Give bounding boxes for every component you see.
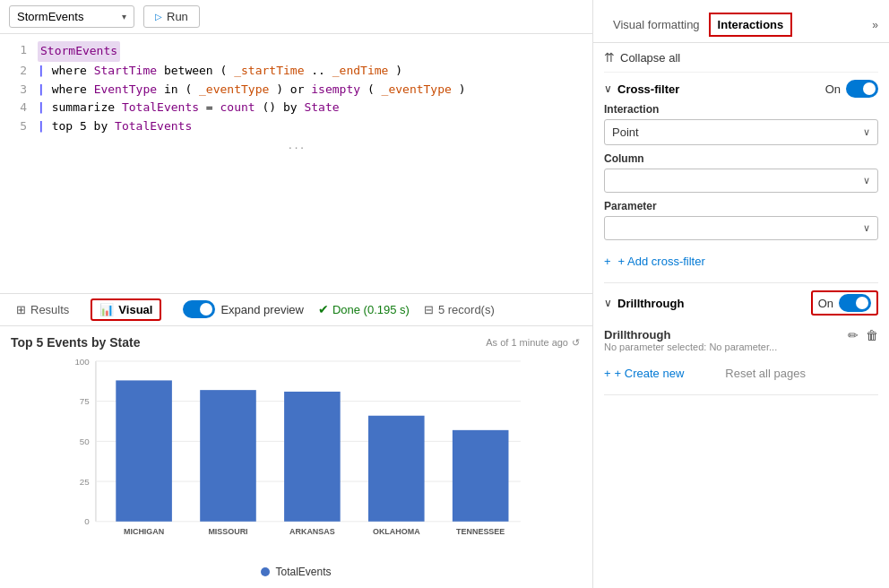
drillthrough-toggle-label: On	[818, 297, 833, 310]
tab-visual-label: Visual	[118, 303, 152, 316]
visual-icon: 📊	[99, 303, 114, 316]
plus-icon: +	[604, 367, 611, 380]
refresh-icon[interactable]: ↺	[572, 337, 580, 349]
cross-filter-header[interactable]: ∨ Cross-filter On	[604, 80, 878, 98]
chevron-down-icon: ∨	[863, 126, 870, 138]
cross-filter-toggle[interactable]	[846, 80, 878, 98]
chart-timestamp: As of 1 minute ago ↺	[486, 337, 580, 349]
create-new-button[interactable]: + + Create new	[604, 367, 684, 380]
cross-filter-title: Cross-filter	[617, 82, 820, 96]
column-dropdown[interactable]: ∨	[604, 169, 878, 193]
svg-text:25: 25	[80, 476, 90, 486]
drillthrough-header[interactable]: ∨ Drillthrough On	[604, 290, 878, 316]
create-new-row: + + Create new Reset all pages	[604, 359, 878, 387]
code-line-4: 4 | summarize TotalEvents = count () by …	[0, 99, 592, 117]
records-badge: ⊟ 5 record(s)	[424, 303, 495, 316]
legend-dot	[261, 567, 270, 576]
interaction-value: Point	[612, 125, 639, 139]
bar-tennessee[interactable]	[453, 429, 509, 521]
right-panel-body: ⇈ Collapse all ∨ Cross-filter On Interac…	[593, 43, 889, 581]
plus-icon: +	[604, 255, 611, 268]
bar-chart-svg: 100 75 50 25 0 MICHIGAN MISSOURI ARKANSA…	[11, 353, 582, 562]
right-panel: Visual formatting Interactions » ⇈ Colla…	[593, 0, 889, 588]
tab-visual-formatting[interactable]: Visual formatting	[604, 13, 709, 37]
bar-oklahoma[interactable]	[368, 415, 425, 521]
column-field: Column ∨	[604, 152, 878, 193]
cross-filter-section: ∨ Cross-filter On Interaction Point ∨ C	[604, 73, 878, 283]
svg-text:100: 100	[74, 356, 90, 366]
drillthrough-toggle-area: On	[811, 290, 878, 316]
expand-preview-group: Expand preview	[183, 300, 304, 318]
code-ellipsis: ...	[0, 136, 592, 155]
left-panel: StormEvents ▾ ▷ Run 1 StormEvents 2 | wh…	[0, 0, 593, 588]
tab-visual[interactable]: 📊 Visual	[91, 298, 161, 321]
reset-all-pages-button[interactable]: Reset all pages	[725, 367, 806, 380]
expand-preview-label: Expand preview	[220, 303, 304, 316]
expand-button[interactable]: »	[872, 19, 878, 31]
drillthrough-item-name: Drillthrough	[604, 328, 842, 342]
play-icon: ▷	[155, 12, 162, 22]
interaction-field: Interaction Point ∨	[604, 103, 878, 145]
code-line-5: 5 | top 5 by TotalEvents	[0, 117, 592, 136]
add-cross-filter-row[interactable]: + + Add cross-filter	[604, 247, 878, 275]
records-label: 5 record(s)	[438, 303, 495, 316]
toolbar: StormEvents ▾ ▷ Run	[0, 0, 592, 34]
check-icon: ✔	[318, 302, 329, 316]
code-editor[interactable]: 1 StormEvents 2 | where StartTime betwee…	[0, 34, 592, 294]
drillthrough-section: ∨ Drillthrough On Drillthrough No parame…	[604, 283, 878, 395]
expand-icon: »	[872, 19, 878, 31]
collapse-all-row[interactable]: ⇈ Collapse all	[604, 43, 878, 73]
done-badge: ✔ Done (0.195 s)	[318, 302, 410, 316]
column-label: Column	[604, 152, 878, 165]
svg-text:OKLAHOMA: OKLAHOMA	[373, 527, 420, 536]
interaction-dropdown[interactable]: Point ∨	[604, 119, 878, 145]
main-layout: StormEvents ▾ ▷ Run 1 StormEvents 2 | wh…	[0, 0, 889, 588]
bar-arkansas[interactable]	[284, 391, 341, 521]
cross-filter-toggle-area: On	[825, 80, 878, 98]
tab-interactions[interactable]: Interactions	[709, 13, 793, 37]
drillthrough-item: Drillthrough No parameter selected: No p…	[604, 321, 878, 359]
interaction-label: Interaction	[604, 103, 878, 116]
chevron-down-icon: ∨	[863, 175, 870, 186]
svg-text:TENNESSEE: TENNESSEE	[456, 527, 505, 536]
svg-text:MICHIGAN: MICHIGAN	[124, 527, 164, 536]
run-label: Run	[167, 10, 188, 23]
code-line-3: 3 | where EventType in ( _eventType ) or…	[0, 81, 592, 99]
cross-filter-chevron: ∨	[604, 82, 612, 95]
delete-drillthrough-button[interactable]: 🗑	[866, 328, 878, 342]
code-line-1: 1 StormEvents	[0, 41, 592, 62]
tab-results[interactable]: ⊞ Results	[9, 300, 76, 319]
results-icon: ⊞	[16, 303, 26, 316]
bar-michigan[interactable]	[116, 380, 172, 521]
run-button[interactable]: ▷ Run	[143, 5, 200, 28]
svg-text:0: 0	[84, 516, 90, 526]
svg-text:75: 75	[80, 396, 90, 406]
chevron-down-icon: ▾	[122, 12, 126, 22]
drillthrough-toggle[interactable]	[839, 294, 871, 312]
drillthrough-title: Drillthrough	[617, 297, 806, 310]
chart-legend: TotalEvents	[11, 566, 582, 578]
right-panel-header: Visual formatting Interactions »	[593, 7, 889, 43]
add-cross-filter-label: + Add cross-filter	[618, 255, 705, 268]
chart-area: Top 5 Events by State As of 1 minute ago…	[0, 326, 592, 589]
records-icon: ⊟	[424, 303, 434, 316]
edit-drillthrough-button[interactable]: ✏	[848, 328, 859, 342]
bottom-bar: ⊞ Results 📊 Visual Expand preview ✔ Done…	[0, 294, 592, 326]
db-name: StormEvents	[17, 10, 83, 23]
drillthrough-item-sub: No parameter selected: No parameter...	[604, 342, 842, 352]
parameter-label: Parameter	[604, 200, 878, 212]
parameter-dropdown[interactable]: ∨	[604, 216, 878, 240]
chevron-down-icon: ∨	[863, 222, 870, 234]
expand-preview-toggle[interactable]	[183, 300, 215, 318]
database-selector[interactable]: StormEvents ▾	[9, 5, 134, 28]
svg-text:ARKANSAS: ARKANSAS	[289, 527, 335, 536]
svg-text:MISSOURI: MISSOURI	[208, 527, 247, 536]
bar-missouri[interactable]	[200, 390, 256, 522]
chart-container: 100 75 50 25 0 MICHIGAN MISSOURI ARKANSA…	[11, 353, 582, 562]
svg-text:50: 50	[80, 436, 90, 445]
parameter-field: Parameter ∨	[604, 200, 878, 240]
code-line-2: 2 | where StartTime between ( _startTime…	[0, 62, 592, 81]
drillthrough-chevron: ∨	[604, 297, 612, 309]
legend-label: TotalEvents	[275, 566, 331, 578]
cross-filter-toggle-label: On	[825, 82, 841, 96]
